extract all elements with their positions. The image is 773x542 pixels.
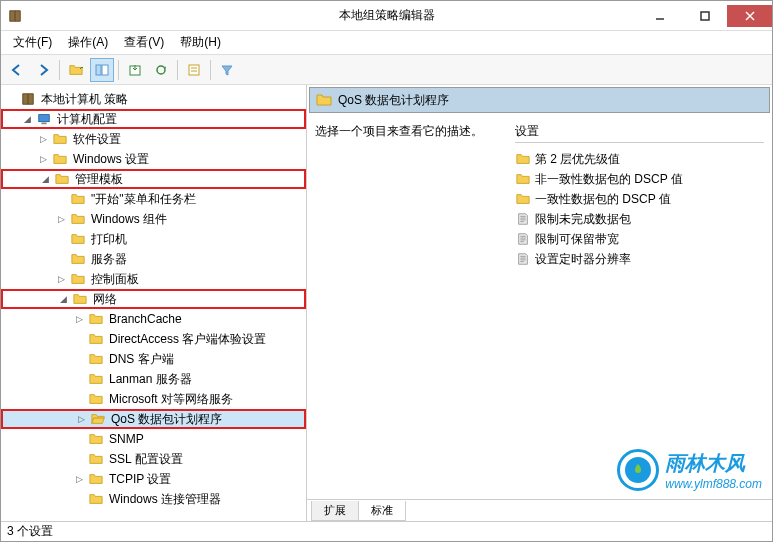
- app-icon: [7, 8, 23, 24]
- tree-admin-templates[interactable]: ◢管理模板: [1, 169, 306, 189]
- folder-icon: [88, 311, 104, 327]
- collapse-toggle[interactable]: ◢: [39, 173, 51, 185]
- expand-toggle[interactable]: [73, 433, 85, 445]
- setting-timer-resolution[interactable]: 设置定时器分辨率: [515, 249, 764, 269]
- folder-icon: [515, 151, 531, 167]
- setting-limit-outstanding[interactable]: 限制未完成数据包: [515, 209, 764, 229]
- settings-header[interactable]: 设置: [515, 123, 764, 143]
- folder-icon: [88, 431, 104, 447]
- tree-control-panel[interactable]: ▷控制面板: [1, 269, 306, 289]
- tree-root[interactable]: 本地计算机 策略: [1, 89, 306, 109]
- window-controls: [637, 5, 772, 27]
- tree-directaccess[interactable]: DirectAccess 客户端体验设置: [1, 329, 306, 349]
- tree-panel[interactable]: 本地计算机 策略 ◢计算机配置 ▷软件设置 ▷Windows 设置 ◢管理模板 …: [1, 85, 307, 521]
- filter-button[interactable]: [215, 58, 239, 82]
- expand-toggle[interactable]: [73, 373, 85, 385]
- setting-label: 非一致性数据包的 DSCP 值: [535, 171, 683, 188]
- menu-view[interactable]: 查看(V): [116, 31, 172, 54]
- tree-label: BranchCache: [107, 312, 184, 326]
- tree-lanman-server[interactable]: Lanman 服务器: [1, 369, 306, 389]
- expand-toggle[interactable]: ▷: [37, 133, 49, 145]
- scroll-icon: [515, 251, 531, 267]
- properties-button[interactable]: [182, 58, 206, 82]
- tree-software-settings[interactable]: ▷软件设置: [1, 129, 306, 149]
- setting-limit-reservable[interactable]: 限制可保留带宽: [515, 229, 764, 249]
- scroll-icon: [515, 211, 531, 227]
- close-button[interactable]: [727, 5, 772, 27]
- tree-label: Microsoft 对等网络服务: [107, 391, 235, 408]
- expand-toggle[interactable]: ▷: [37, 153, 49, 165]
- tree-qos[interactable]: ▷QoS 数据包计划程序: [1, 409, 306, 429]
- tree-start-menu[interactable]: "开始"菜单和任务栏: [1, 189, 306, 209]
- content-area: 本地计算机 策略 ◢计算机配置 ▷软件设置 ▷Windows 设置 ◢管理模板 …: [1, 85, 772, 521]
- tree-label: Lanman 服务器: [107, 371, 194, 388]
- tree-dns-client[interactable]: DNS 客户端: [1, 349, 306, 369]
- svg-rect-6: [96, 65, 101, 75]
- tree-branchcache[interactable]: ▷BranchCache: [1, 309, 306, 329]
- expand-toggle[interactable]: [55, 233, 67, 245]
- expand-toggle[interactable]: ▷: [55, 213, 67, 225]
- maximize-button[interactable]: [682, 5, 727, 27]
- back-button[interactable]: [5, 58, 29, 82]
- minimize-button[interactable]: [637, 5, 682, 27]
- expand-toggle[interactable]: [73, 333, 85, 345]
- detail-title: QoS 数据包计划程序: [338, 92, 449, 109]
- collapse-toggle[interactable]: ◢: [57, 293, 69, 305]
- expand-toggle[interactable]: ▷: [55, 273, 67, 285]
- up-button[interactable]: [64, 58, 88, 82]
- window-title: 本地组策略编辑器: [339, 7, 435, 24]
- tree-printers[interactable]: 打印机: [1, 229, 306, 249]
- forward-button[interactable]: [31, 58, 55, 82]
- setting-label: 限制未完成数据包: [535, 211, 631, 228]
- setting-label: 一致性数据包的 DSCP 值: [535, 191, 671, 208]
- menu-file[interactable]: 文件(F): [5, 31, 60, 54]
- tab-standard[interactable]: 标准: [358, 501, 406, 521]
- tree-network[interactable]: ◢网络: [1, 289, 306, 309]
- refresh-button[interactable]: [149, 58, 173, 82]
- folder-icon: [515, 171, 531, 187]
- tree-snmp[interactable]: SNMP: [1, 429, 306, 449]
- tree-windows-components[interactable]: ▷Windows 组件: [1, 209, 306, 229]
- tree-windows-settings[interactable]: ▷Windows 设置: [1, 149, 306, 169]
- show-hide-tree-button[interactable]: [90, 58, 114, 82]
- folder-icon: [88, 471, 104, 487]
- expand-toggle[interactable]: [55, 193, 67, 205]
- tree-ms-p2p[interactable]: Microsoft 对等网络服务: [1, 389, 306, 409]
- setting-layer2-priority[interactable]: 第 2 层优先级值: [515, 149, 764, 169]
- collapse-toggle[interactable]: ◢: [21, 113, 33, 125]
- folder-icon: [88, 491, 104, 507]
- detail-header: QoS 数据包计划程序: [309, 87, 770, 113]
- folder-icon: [72, 291, 88, 307]
- setting-label: 第 2 层优先级值: [535, 151, 620, 168]
- tree-label: 控制面板: [89, 271, 141, 288]
- menu-help[interactable]: 帮助(H): [172, 31, 229, 54]
- tree-tcpip[interactable]: ▷TCPIP 设置: [1, 469, 306, 489]
- tree-ssl-config[interactable]: SSL 配置设置: [1, 449, 306, 469]
- expand-toggle[interactable]: ▷: [73, 313, 85, 325]
- titlebar: 本地组策略编辑器: [1, 1, 772, 31]
- svg-rect-3: [701, 12, 709, 20]
- instruction-text: 选择一个项目来查看它的描述。: [315, 124, 483, 138]
- expand-toggle[interactable]: ▷: [75, 413, 87, 425]
- setting-nonconforming-dscp[interactable]: 非一致性数据包的 DSCP 值: [515, 169, 764, 189]
- tree-label: 管理模板: [73, 171, 125, 188]
- expand-toggle[interactable]: [73, 353, 85, 365]
- tree-computer-config[interactable]: ◢计算机配置: [1, 109, 306, 129]
- statusbar: 3 个设置: [1, 521, 772, 541]
- expand-toggle[interactable]: [73, 453, 85, 465]
- expand-toggle[interactable]: ▷: [73, 473, 85, 485]
- tree-windows-conn-mgr[interactable]: Windows 连接管理器: [1, 489, 306, 509]
- folder-icon: [52, 131, 68, 147]
- tree-label: QoS 数据包计划程序: [109, 411, 224, 428]
- tree-servers[interactable]: 服务器: [1, 249, 306, 269]
- menu-action[interactable]: 操作(A): [60, 31, 116, 54]
- expand-toggle[interactable]: [73, 493, 85, 505]
- expand-toggle[interactable]: [55, 253, 67, 265]
- export-button[interactable]: [123, 58, 147, 82]
- tab-extended[interactable]: 扩展: [311, 501, 359, 521]
- tree-label: 网络: [91, 291, 119, 308]
- folder-icon: [70, 251, 86, 267]
- expand-toggle[interactable]: [73, 393, 85, 405]
- setting-conforming-dscp[interactable]: 一致性数据包的 DSCP 值: [515, 189, 764, 209]
- expand-toggle[interactable]: [5, 93, 17, 105]
